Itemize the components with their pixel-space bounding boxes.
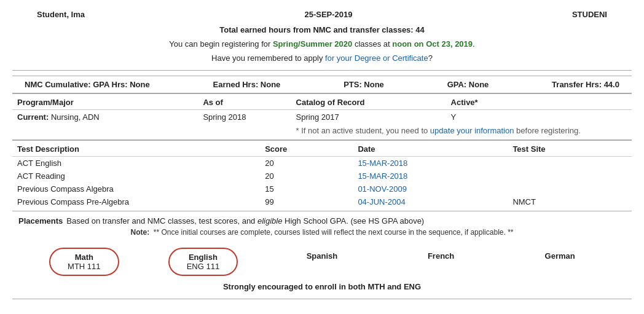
strongly-text: Strongly encouraged to enroll in both MT… bbox=[12, 280, 632, 296]
spring-summer-link[interactable]: Spring/Summer 2020 bbox=[273, 39, 352, 49]
test-row: Previous Compass Algebra 15 01-NOV-2009 bbox=[12, 183, 632, 195]
registration-prefix: You can begin registering for bbox=[169, 39, 273, 49]
placement-col: Math MTH 111 bbox=[41, 248, 127, 276]
placement-col: English ENG 111 bbox=[160, 248, 246, 276]
student-id: STUDENI bbox=[572, 10, 607, 19]
placement-row: Math MTH 111 English ENG 111 Spanish Fre… bbox=[12, 241, 632, 280]
program-value: Nursing, ADN bbox=[51, 112, 100, 122]
asterisk-row: * If not an active student, you need to … bbox=[12, 124, 632, 137]
placements-section: Placements Based on transfer and NMC cla… bbox=[12, 211, 632, 241]
catalog-value: Spring 2017 bbox=[291, 110, 446, 125]
test-score: 15 bbox=[260, 183, 353, 195]
test-row: Previous Compass Pre-Algebra 99 04-JUN-2… bbox=[12, 195, 632, 208]
test-site bbox=[508, 170, 632, 183]
placement-col: French bbox=[398, 248, 484, 264]
placement-col: German bbox=[517, 248, 603, 264]
test-site bbox=[508, 183, 632, 195]
placements-text: Based on transfer and NMC classes, test … bbox=[66, 216, 424, 226]
program-table: Program/Major As of Catalog of Record Ac… bbox=[12, 93, 632, 137]
placement-label: Math bbox=[75, 253, 93, 262]
placements-header: Placements Based on transfer and NMC cla… bbox=[18, 216, 626, 226]
placements-note: Note: ** Once initial courses are comple… bbox=[18, 226, 626, 239]
degree-line: Have you remembered to apply for your De… bbox=[12, 51, 632, 65]
col-date: Date bbox=[353, 141, 508, 157]
test-site: NMCT bbox=[508, 195, 632, 208]
header-date: 25-SEP-2019 bbox=[304, 10, 352, 19]
test-row: ACT Reading 20 15-MAR-2018 bbox=[12, 170, 632, 183]
col-catalog: Catalog of Record bbox=[291, 94, 446, 110]
placement-label: German bbox=[545, 251, 575, 261]
degree-link[interactable]: for your Degree or Certificate bbox=[325, 53, 428, 63]
col-test-desc: Test Description bbox=[12, 141, 260, 157]
test-score: 20 bbox=[260, 170, 353, 183]
current-label-cell: Current: Nursing, ADN bbox=[12, 110, 198, 125]
placement-col: Spanish bbox=[279, 248, 365, 264]
update-info-link[interactable]: update your information bbox=[430, 126, 514, 135]
placement-value: MTH 111 bbox=[68, 262, 100, 271]
registration-middle: classes at bbox=[352, 39, 392, 49]
test-date: 01-NOV-2009 bbox=[353, 183, 508, 195]
test-row: ACT English 20 15-MAR-2018 bbox=[12, 157, 632, 170]
transfer-hrs: Transfer Hrs: 44.0 bbox=[552, 80, 619, 89]
earned-hours-line: Total earned hours from NMC and transfer… bbox=[12, 23, 632, 37]
gpa-row: NMC Cumulative: GPA Hrs: None Earned Hrs… bbox=[12, 76, 632, 93]
registration-line: You can begin registering for Spring/Sum… bbox=[12, 37, 632, 51]
placement-label: French bbox=[428, 251, 454, 261]
placement-value: ENG 111 bbox=[187, 262, 219, 271]
placement-label: English bbox=[189, 253, 218, 262]
test-site bbox=[508, 157, 632, 170]
nmc-cumulative-label: NMC Cumulative: GPA Hrs: None bbox=[25, 80, 150, 89]
active-value: Y bbox=[446, 110, 632, 125]
test-date: 15-MAR-2018 bbox=[353, 170, 508, 183]
header-row: Student, Ima 25-SEP-2019 STUDENI bbox=[12, 6, 632, 23]
registration-time: noon on Oct 23, 2019 bbox=[392, 39, 473, 49]
earned-hrs: Earned Hrs: None bbox=[213, 80, 281, 89]
pts: PTS: None bbox=[344, 80, 384, 89]
test-description: Previous Compass Algebra bbox=[12, 183, 260, 195]
top-rule bbox=[12, 70, 632, 71]
bottom-rule bbox=[12, 299, 632, 299]
test-score: 20 bbox=[260, 157, 353, 170]
as-of-value: Spring 2018 bbox=[198, 110, 291, 125]
test-description: Previous Compass Pre-Algebra bbox=[12, 195, 260, 208]
test-description: ACT English bbox=[12, 157, 260, 170]
col-score: Score bbox=[260, 141, 353, 157]
test-date: 15-MAR-2018 bbox=[353, 157, 508, 170]
col-as-of: As of bbox=[198, 94, 291, 110]
gpa: GPA: None bbox=[447, 80, 489, 89]
program-row: Current: Nursing, ADN Spring 2018 Spring… bbox=[12, 110, 632, 125]
col-program-major: Program/Major bbox=[12, 94, 198, 110]
test-score: 99 bbox=[260, 195, 353, 208]
main-page: Student, Ima 25-SEP-2019 STUDENI Total e… bbox=[0, 0, 644, 314]
test-date: 04-JUN-2004 bbox=[353, 195, 508, 208]
col-active: Active* bbox=[446, 94, 632, 110]
test-description: ACT Reading bbox=[12, 170, 260, 183]
test-table: Test Description Score Date Test Site AC… bbox=[12, 140, 632, 208]
col-test-site: Test Site bbox=[508, 141, 632, 157]
asterisk-note-cell: * If not an active student, you need to … bbox=[291, 124, 632, 137]
test-section: Test Description Score Date Test Site AC… bbox=[12, 139, 632, 208]
student-name: Student, Ima bbox=[37, 10, 85, 19]
placement-label: Spanish bbox=[307, 251, 338, 261]
